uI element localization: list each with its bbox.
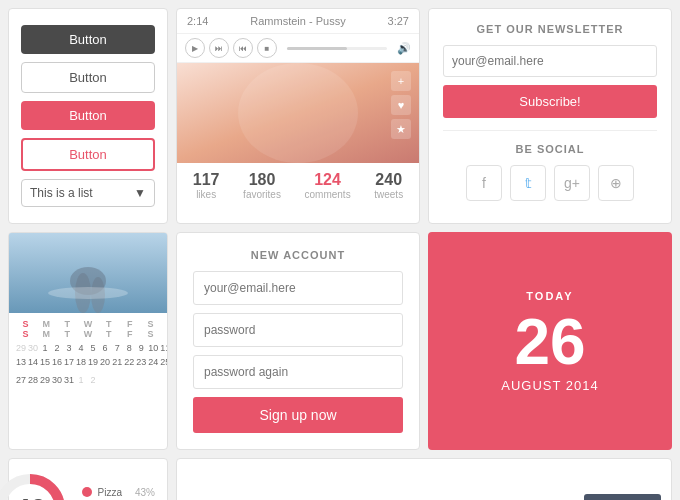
volume-icon: 🔊 (397, 42, 411, 55)
donut-chart: 40 (0, 469, 70, 500)
google-plus-icon[interactable]: g+ (554, 165, 590, 201)
red-outline-button[interactable]: Button (21, 138, 155, 171)
today-widget: TODAY 26 AUGUST 2014 (428, 232, 672, 450)
pizza-dot (82, 487, 92, 497)
facebook-label: f (482, 175, 486, 191)
red-button[interactable]: Button (21, 101, 155, 130)
music-title: Rammstein - Pussy (250, 15, 345, 27)
calendar-header: S M T W T F S S M T W T F S (15, 319, 161, 339)
calendar-grid: 29 30 1 2 3 4 5 6 7 8 9 10 11 12 13 14 1… (15, 342, 161, 386)
dropdown[interactable]: This is a list ▼ (21, 179, 155, 207)
outline-button[interactable]: Button (21, 62, 155, 93)
calendar-image (9, 233, 167, 313)
today-number: 26 (514, 310, 585, 374)
calendar-body: S M T W T F S S M T W T F S 29 30 1 2 3 (9, 313, 167, 392)
today-month: AUGUST 2014 (501, 378, 598, 393)
heart-button[interactable]: ♥ (391, 95, 411, 115)
music-stats: 117 likes 180 favorites 124 comments 240… (177, 163, 419, 204)
pizza-label: Pizza (97, 487, 121, 498)
newsletter-panel: GET OUR NEWSLETTER Subscribe! BE SOCIAL … (428, 8, 672, 224)
today-label: TODAY (526, 290, 573, 302)
music-player: 2:14 Rammstein - Pussy 3:27 ▶ ⏭ ⏮ ■ 🔊 (176, 8, 420, 224)
stat-likes: 117 likes (193, 171, 220, 200)
signup-password-input[interactable] (193, 313, 403, 347)
svg-point-6 (48, 287, 128, 299)
music-time-total: 3:27 (388, 15, 409, 27)
stat-favorites: 180 favorites (243, 171, 281, 200)
progress-fill (287, 47, 347, 50)
social-icons: f 𝕥 g+ ⊕ (443, 165, 657, 201)
newsletter-title: GET OUR NEWSLETTER (443, 23, 657, 35)
donut-chart-panel: 40 Pizza 43% Hamburgers 9% Burgers ... (8, 458, 168, 500)
dropdown-label: This is a list (30, 186, 93, 200)
signup-email-input[interactable] (193, 271, 403, 305)
subscribe-button[interactable]: Subscribe! (443, 85, 657, 118)
divider (443, 130, 657, 131)
search-panel: 🔍 Search! (176, 458, 672, 500)
star-button[interactable]: ★ (391, 119, 411, 139)
twitter-label: 𝕥 (525, 175, 532, 191)
new-account-panel: NEW ACCOUNT Sign up now (176, 232, 420, 450)
new-account-title: NEW ACCOUNT (193, 249, 403, 261)
dribbble-label: ⊕ (610, 175, 622, 191)
stat-tweets: 240 tweets (374, 171, 403, 200)
music-artwork: + ♥ ★ (177, 63, 419, 163)
legend-pizza: Pizza 43% (82, 487, 185, 498)
music-header: 2:14 Rammstein - Pussy 3:27 (177, 9, 419, 34)
add-button[interactable]: + (391, 71, 411, 91)
pizza-pct: 43% (127, 487, 155, 498)
calendar-panel: S M T W T F S S M T W T F S 29 30 1 2 3 (8, 232, 168, 450)
twitter-icon[interactable]: 𝕥 (510, 165, 546, 201)
music-time-current: 2:14 (187, 15, 208, 27)
social-title: BE SOCIAL (443, 143, 657, 155)
progress-bar[interactable] (287, 47, 387, 50)
facebook-icon[interactable]: f (466, 165, 502, 201)
search-button[interactable]: Search! (584, 494, 661, 501)
next-button[interactable]: ⏭ (209, 38, 229, 58)
donut-number: 40 (0, 469, 70, 500)
chart-legend: Pizza 43% Hamburgers 9% Burgers ... (82, 487, 185, 501)
signup-button[interactable]: Sign up now (193, 397, 403, 433)
play-button[interactable]: ▶ (185, 38, 205, 58)
stop-button[interactable]: ■ (257, 38, 277, 58)
stat-comments: 124 comments (305, 171, 351, 200)
google-plus-label: g+ (564, 175, 580, 191)
svg-point-1 (238, 63, 358, 163)
signup-password-again-input[interactable] (193, 355, 403, 389)
buttons-panel: Button Button Button Button This is a li… (8, 8, 168, 224)
chevron-down-icon: ▼ (134, 186, 146, 200)
dribbble-icon[interactable]: ⊕ (598, 165, 634, 201)
dark-button[interactable]: Button (21, 25, 155, 54)
prev-button[interactable]: ⏮ (233, 38, 253, 58)
music-action-buttons: + ♥ ★ (391, 71, 411, 139)
newsletter-email-input[interactable] (443, 45, 657, 77)
